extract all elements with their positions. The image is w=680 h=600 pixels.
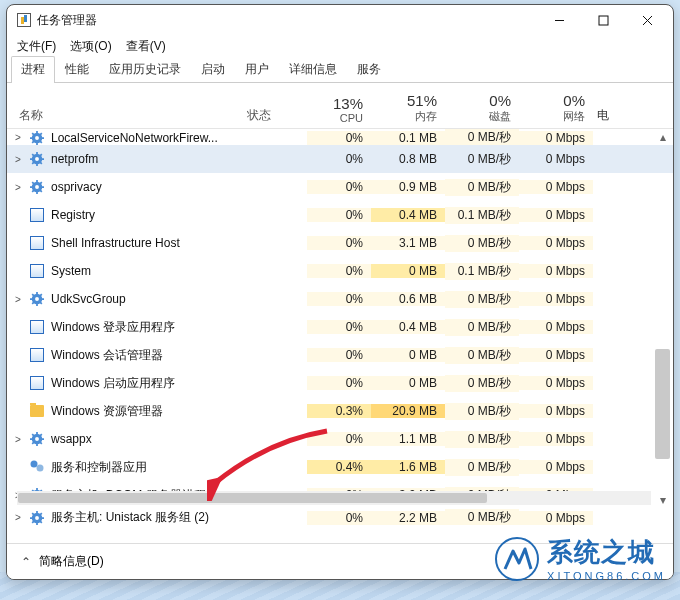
- gear-icon: [29, 151, 45, 167]
- column-name[interactable]: 名称: [7, 103, 247, 128]
- column-cpu[interactable]: 13%CPU: [307, 91, 371, 128]
- window-icon: [29, 347, 45, 363]
- cpu-cell: 0%: [307, 236, 371, 250]
- close-button[interactable]: [625, 5, 669, 35]
- details-toggle-label[interactable]: 简略信息(D): [39, 553, 104, 570]
- menu-options[interactable]: 选项(O): [70, 38, 111, 55]
- tab-3[interactable]: 启动: [191, 56, 235, 82]
- process-row[interactable]: >System0%0 MB0.1 MB/秒0 Mbps: [7, 257, 673, 285]
- memory-cell: 0.6 MB: [371, 292, 445, 306]
- process-row[interactable]: >Windows 登录应用程序0%0.4 MB0 MB/秒0 Mbps: [7, 313, 673, 341]
- horizontal-scrollbar-thumb[interactable]: [18, 493, 487, 503]
- process-row[interactable]: >LocalServiceNoNetworkFirew...0%0.1 MB0 …: [7, 129, 673, 145]
- expand-icon[interactable]: >: [11, 132, 25, 143]
- tabbar: 进程性能应用历史记录启动用户详细信息服务: [7, 57, 673, 83]
- process-name: wsappx: [51, 432, 92, 446]
- memory-cell: 1.6 MB: [371, 460, 445, 474]
- network-cell: 0 Mbps: [519, 180, 593, 194]
- process-row[interactable]: >Windows 启动应用程序0%0 MB0 MB/秒0 Mbps: [7, 369, 673, 397]
- process-row[interactable]: >服务主机: Unistack 服务组 (2)0%2.2 MB0 MB/秒0 M…: [7, 509, 673, 525]
- process-name: Windows 启动应用程序: [51, 375, 175, 392]
- titlebar[interactable]: 任务管理器: [7, 5, 673, 35]
- window-title: 任务管理器: [37, 12, 97, 29]
- expand-icon[interactable]: >: [11, 512, 25, 523]
- process-row[interactable]: >netprofm0%0.8 MB0 MB/秒0 Mbps: [7, 145, 673, 173]
- scroll-down-button[interactable]: ▾: [655, 492, 670, 507]
- gear-icon: [29, 291, 45, 307]
- disk-cell: 0 MB/秒: [445, 459, 519, 476]
- window-icon: [29, 375, 45, 391]
- svg-point-16: [35, 516, 39, 520]
- memory-cell: 0.8 MB: [371, 152, 445, 166]
- menu-view[interactable]: 查看(V): [126, 38, 166, 55]
- network-cell: 0 Mbps: [519, 404, 593, 418]
- cpu-cell: 0%: [307, 292, 371, 306]
- network-cell: 0 Mbps: [519, 511, 593, 525]
- disk-cell: 0 MB/秒: [445, 151, 519, 168]
- process-row[interactable]: >UdkSvcGroup0%0.6 MB0 MB/秒0 Mbps: [7, 285, 673, 313]
- network-cell: 0 Mbps: [519, 460, 593, 474]
- process-row[interactable]: >osprivacy0%0.9 MB0 MB/秒0 Mbps: [7, 173, 673, 201]
- tab-0[interactable]: 进程: [11, 56, 55, 82]
- horizontal-scrollbar[interactable]: [17, 491, 651, 505]
- disk-cell: 0.1 MB/秒: [445, 207, 519, 224]
- tab-4[interactable]: 用户: [235, 56, 279, 82]
- expand-icon[interactable]: >: [11, 154, 25, 165]
- expand-icon[interactable]: >: [11, 182, 25, 193]
- minimize-button[interactable]: [537, 5, 581, 35]
- process-row[interactable]: >Shell Infrastructure Host0%3.1 MB0 MB/秒…: [7, 229, 673, 257]
- process-name: Windows 登录应用程序: [51, 319, 175, 336]
- process-row[interactable]: >服务和控制器应用0.4%1.6 MB0 MB/秒0 Mbps: [7, 453, 673, 481]
- process-row[interactable]: >Windows 会话管理器0%0 MB0 MB/秒0 Mbps: [7, 341, 673, 369]
- network-cell: 0 Mbps: [519, 208, 593, 222]
- expand-icon[interactable]: >: [11, 294, 25, 305]
- scroll-up-button[interactable]: ▴: [655, 129, 670, 144]
- details-toggle-icon[interactable]: ⌃: [21, 555, 31, 569]
- process-row[interactable]: >wsappx0%1.1 MB0 MB/秒0 Mbps: [7, 425, 673, 453]
- tab-1[interactable]: 性能: [55, 56, 99, 82]
- memory-cell: 0 MB: [371, 264, 445, 278]
- column-network[interactable]: 0%网络: [519, 88, 593, 128]
- disk-cell: 0 MB/秒: [445, 129, 519, 145]
- column-disk[interactable]: 0%磁盘: [445, 88, 519, 128]
- memory-cell: 3.1 MB: [371, 236, 445, 250]
- memory-cell: 0.1 MB: [371, 131, 445, 145]
- cpu-cell: 0%: [307, 348, 371, 362]
- process-name: Registry: [51, 208, 95, 222]
- maximize-button[interactable]: [581, 5, 625, 35]
- expand-icon[interactable]: >: [11, 434, 25, 445]
- tab-6[interactable]: 服务: [347, 56, 391, 82]
- process-name: netprofm: [51, 152, 98, 166]
- process-row[interactable]: >Windows 资源管理器0.3%20.9 MB0 MB/秒0 Mbps: [7, 397, 673, 425]
- cpu-cell: 0%: [307, 432, 371, 446]
- tab-5[interactable]: 详细信息: [279, 56, 347, 82]
- memory-cell: 1.1 MB: [371, 432, 445, 446]
- cpu-cell: 0.4%: [307, 460, 371, 474]
- memory-cell: 0 MB: [371, 376, 445, 390]
- cpu-cell: 0%: [307, 131, 371, 145]
- vertical-scrollbar-thumb[interactable]: [655, 349, 670, 459]
- process-row[interactable]: >Registry0%0.4 MB0.1 MB/秒0 Mbps: [7, 201, 673, 229]
- menu-file[interactable]: 文件(F): [17, 38, 56, 55]
- disk-cell: 0.1 MB/秒: [445, 263, 519, 280]
- gear-icon: [29, 179, 45, 195]
- process-name: Windows 资源管理器: [51, 403, 163, 420]
- window-icon: [29, 263, 45, 279]
- process-name: UdkSvcGroup: [51, 292, 126, 306]
- svg-rect-0: [599, 16, 608, 25]
- network-cell: 0 Mbps: [519, 348, 593, 362]
- column-state[interactable]: 状态: [247, 103, 307, 128]
- svg-point-6: [35, 185, 39, 189]
- cpu-cell: 0.3%: [307, 404, 371, 418]
- gear-icon: [29, 431, 45, 447]
- memory-cell: 0.9 MB: [371, 180, 445, 194]
- cpu-cell: 0%: [307, 511, 371, 525]
- disk-cell: 0 MB/秒: [445, 291, 519, 308]
- memory-cell: 20.9 MB: [371, 404, 445, 418]
- column-memory[interactable]: 51%内存: [371, 88, 445, 128]
- svg-point-12: [37, 465, 44, 472]
- svg-point-11: [31, 461, 38, 468]
- menubar: 文件(F) 选项(O) 查看(V): [7, 35, 673, 57]
- column-power[interactable]: 电: [593, 103, 673, 128]
- tab-2[interactable]: 应用历史记录: [99, 56, 191, 82]
